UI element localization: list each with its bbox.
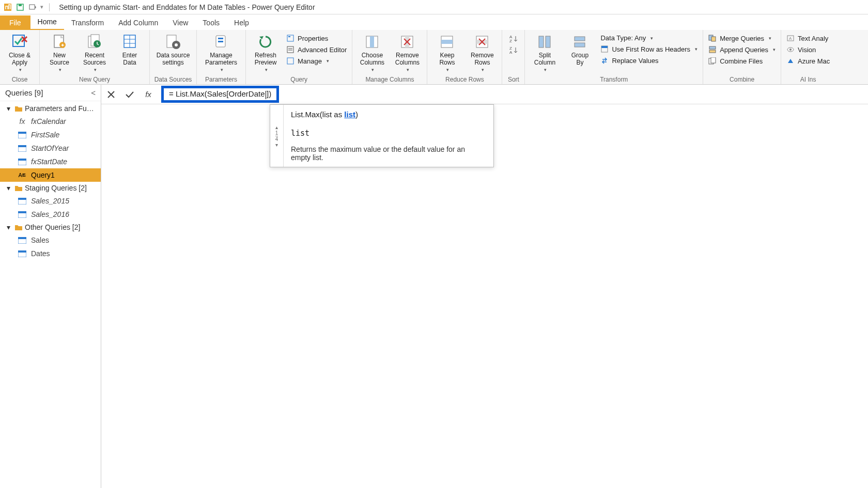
advanced-editor-button[interactable]: Advanced Editor bbox=[284, 44, 349, 55]
query-dates-label: Dates bbox=[31, 249, 50, 258]
properties-button[interactable]: Properties bbox=[284, 33, 349, 43]
query-sales[interactable]: Sales bbox=[0, 233, 101, 247]
qat-icon[interactable] bbox=[28, 3, 37, 12]
enter-data-button[interactable]: Enter Data bbox=[113, 32, 146, 68]
split-column-button[interactable]: Split Column bbox=[528, 32, 561, 73]
sig-keyword: list bbox=[344, 110, 355, 119]
intellisense-signature: List.Max(list as list) bbox=[291, 110, 486, 119]
enter-data-label: Enter Data bbox=[122, 52, 137, 67]
svg-rect-54 bbox=[709, 50, 716, 53]
queries-pane: Queries [9] < ▾ Parameters and Fu… fx fx… bbox=[0, 85, 101, 488]
text-analytics-icon: A bbox=[786, 34, 795, 42]
query-sales2016-label: Sales_2016 bbox=[31, 210, 69, 218]
tab-home[interactable]: Home bbox=[30, 14, 64, 30]
chevron-down-icon: ▾ bbox=[4, 184, 12, 192]
group-by-button[interactable]: Group By bbox=[563, 32, 596, 68]
collapse-pane-icon[interactable]: < bbox=[91, 88, 96, 97]
commit-formula-button[interactable] bbox=[124, 89, 135, 100]
group-label-data-sources: Data Sources bbox=[153, 75, 193, 83]
text-analytics-button[interactable]: A Text Analy bbox=[784, 33, 832, 43]
vision-button[interactable]: Vision bbox=[784, 44, 832, 55]
close-apply-button[interactable]: Close & Apply bbox=[3, 32, 36, 73]
first-row-headers-icon bbox=[600, 45, 609, 53]
tab-tools[interactable]: Tools bbox=[195, 15, 227, 30]
close-apply-icon bbox=[11, 33, 28, 51]
sort-desc-button[interactable]: ZA bbox=[508, 45, 519, 55]
folder-parameters[interactable]: ▾ Parameters and Fu… bbox=[0, 102, 101, 115]
cancel-formula-button[interactable] bbox=[105, 89, 117, 100]
data-type-button[interactable]: Data Type: Any bbox=[598, 33, 700, 43]
merge-queries-label: Merge Queries bbox=[720, 35, 764, 42]
formula-input[interactable]: = List.Max(Sales[OrderDate]) bbox=[161, 86, 279, 102]
group-label-combine: Combine bbox=[706, 75, 778, 83]
svg-rect-72 bbox=[18, 237, 26, 239]
advanced-editor-icon bbox=[286, 45, 295, 54]
choose-columns-button[interactable]: Choose Columns bbox=[355, 32, 389, 73]
first-row-headers-button[interactable]: Use First Row as Headers bbox=[598, 44, 700, 54]
remove-columns-button[interactable]: Remove Columns bbox=[391, 32, 424, 73]
svg-rect-74 bbox=[18, 250, 26, 253]
query-fxcalendar[interactable]: fx fxCalendar bbox=[0, 115, 101, 128]
svg-rect-25 bbox=[287, 46, 293, 53]
tab-transform[interactable]: Transform bbox=[64, 15, 111, 30]
remove-rows-button[interactable]: Remove Rows bbox=[466, 32, 499, 73]
group-by-label: Group By bbox=[571, 52, 588, 67]
ribbon-group-combine: Merge Queries Append Queries Combine Fil… bbox=[703, 30, 781, 84]
ribbon-group-data-sources: Data source settings Data Sources bbox=[150, 30, 197, 84]
folder-other[interactable]: ▾ Other Queries [2] bbox=[0, 221, 101, 233]
query-sales2016[interactable]: Sales_2016 bbox=[0, 208, 101, 221]
close-apply-label: Close & Apply bbox=[9, 52, 30, 67]
svg-rect-3 bbox=[29, 5, 35, 9]
manage-query-button[interactable]: Manage bbox=[284, 56, 349, 66]
recent-sources-button[interactable]: Recent Sources bbox=[78, 32, 111, 73]
fx-icon[interactable]: fx bbox=[143, 89, 154, 100]
chevron-down-icon[interactable]: ▾ bbox=[275, 142, 278, 148]
sort-asc-button[interactable]: AZ bbox=[508, 34, 519, 43]
save-icon[interactable] bbox=[16, 3, 25, 12]
query-dates[interactable]: Dates bbox=[0, 247, 101, 260]
query-query1[interactable]: ABC Query1 bbox=[0, 168, 101, 182]
text-cursor bbox=[266, 91, 267, 99]
svg-point-60 bbox=[789, 49, 792, 51]
append-queries-button[interactable]: Append Queries bbox=[706, 44, 778, 55]
vision-icon bbox=[786, 45, 795, 54]
formula-suffix: ]) bbox=[267, 89, 271, 98]
chevron-up-icon[interactable]: ▴ bbox=[275, 124, 278, 130]
svg-rect-48 bbox=[575, 43, 585, 47]
qat-dropdown-icon[interactable]: ▾ bbox=[40, 4, 43, 10]
new-source-button[interactable]: ✦ New Source bbox=[43, 32, 76, 73]
svg-rect-30 bbox=[370, 36, 374, 48]
svg-rect-22 bbox=[218, 41, 223, 42]
azure-ml-button[interactable]: Azure Mac bbox=[784, 56, 832, 66]
chevron-down-icon: ▾ bbox=[4, 223, 12, 231]
manage-parameters-button[interactable]: Manage Parameters bbox=[200, 32, 242, 73]
split-column-icon bbox=[536, 33, 553, 51]
tab-help[interactable]: Help bbox=[227, 15, 256, 30]
folder-staging[interactable]: ▾ Staging Queries [2] bbox=[0, 182, 101, 194]
tab-file[interactable]: File bbox=[0, 15, 30, 30]
queries-header-label: Queries [9] bbox=[5, 88, 43, 97]
tab-view[interactable]: View bbox=[165, 15, 195, 30]
merge-queries-button[interactable]: Merge Queries bbox=[706, 33, 778, 43]
table-icon bbox=[18, 145, 27, 152]
combine-files-button[interactable]: Combine Files bbox=[706, 56, 778, 66]
refresh-preview-button[interactable]: Refresh Preview bbox=[249, 32, 282, 73]
replace-values-button[interactable]: Replace Values bbox=[598, 55, 700, 66]
query-firstsale[interactable]: FirstSale bbox=[0, 128, 101, 141]
query-sales2015[interactable]: Sales_2015 bbox=[0, 194, 101, 208]
query-startofyear[interactable]: StartOfYear bbox=[0, 141, 101, 155]
intellisense-nav[interactable]: ▴ 1 4 ▾ bbox=[270, 105, 284, 167]
data-source-settings-button[interactable]: Data source settings bbox=[153, 32, 193, 68]
group-label-ai: AI Ins bbox=[784, 75, 832, 83]
intellisense-param: list bbox=[291, 129, 486, 138]
query-fxstartdate[interactable]: fxStartDate bbox=[0, 155, 101, 168]
query-sales-label: Sales bbox=[31, 236, 49, 244]
sig-suffix: ) bbox=[355, 110, 358, 119]
tab-add-column[interactable]: Add Column bbox=[111, 15, 165, 30]
group-label-reduce-rows: Reduce Rows bbox=[430, 75, 499, 83]
group-label-transform: Transform bbox=[528, 75, 700, 83]
keep-rows-button[interactable]: Keep Rows bbox=[430, 32, 463, 73]
chevron-down-icon: ▾ bbox=[4, 104, 12, 113]
remove-rows-label: Remove Rows bbox=[471, 52, 494, 67]
ribbon-group-new-query: ✦ New Source Recent Sources Enter Data N… bbox=[40, 30, 150, 84]
